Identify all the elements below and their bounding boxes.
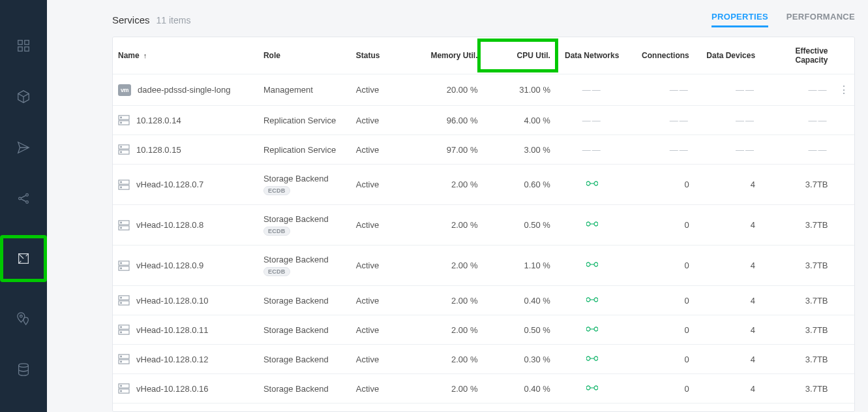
- svg-point-8: [20, 315, 23, 318]
- cell-devices: 4: [695, 404, 760, 413]
- cell-memory: 2.00 %: [410, 345, 483, 374]
- node-icon: [118, 144, 130, 155]
- cell-connections: 0: [628, 286, 694, 315]
- cell-status: Active: [351, 374, 410, 404]
- cell-devices: 4: [695, 345, 760, 374]
- row-menu: [833, 315, 854, 345]
- cell-capacity: 3.7TB: [760, 205, 833, 246]
- services-table-card: Name↑ Role Status Memory Util. CPU Util.…: [112, 37, 855, 412]
- cell-cpu: 1.10 %: [483, 246, 555, 286]
- service-name: vHead-10.128.0.7: [136, 180, 203, 189]
- cell-cpu: 0.50 %: [483, 404, 555, 413]
- svg-point-5: [26, 194, 29, 197]
- svg-point-13: [121, 122, 122, 123]
- cell-role: Storage Backend: [258, 374, 351, 404]
- service-name: 10.128.0.15: [136, 145, 181, 155]
- table-row[interactable]: vHead-10.128.0.10Storage BackendActive2.…: [113, 286, 854, 315]
- pin-icon: [16, 311, 31, 326]
- table-row[interactable]: vHead-10.128.0.9Storage BackendECDBActiv…: [113, 246, 854, 286]
- svg-point-12: [121, 117, 122, 118]
- node-icon: [118, 180, 130, 190]
- svg-point-4: [19, 197, 22, 200]
- cell-devices: 4: [695, 205, 760, 246]
- cell-cpu: 0.60 %: [483, 165, 555, 205]
- cell-memory: 2.00 %: [410, 205, 483, 246]
- svg-point-20: [121, 182, 122, 183]
- svg-point-6: [26, 201, 29, 204]
- node-icon: [118, 115, 130, 125]
- table-row[interactable]: vmdadee-pdssd-single-longManagementActiv…: [113, 74, 854, 106]
- nav-services[interactable]: [0, 235, 47, 282]
- svg-point-25: [121, 227, 122, 229]
- col-devices[interactable]: Data Devices: [695, 37, 760, 74]
- cell-network: [556, 404, 628, 413]
- nav-share[interactable]: [9, 184, 38, 213]
- cell-cpu: 31.00 %: [483, 74, 555, 106]
- service-name: 10.128.0.14: [136, 116, 181, 125]
- vm-icon: vm: [118, 84, 131, 96]
- server-icon: [16, 251, 31, 266]
- table-row[interactable]: 10.128.0.15Replication ServiceActive97.0…: [113, 135, 854, 165]
- table-row[interactable]: 10.128.0.14Replication ServiceActive96.0…: [113, 106, 854, 135]
- cell-status: Active: [351, 205, 410, 246]
- tab-performance[interactable]: PERFORMANCE: [786, 12, 855, 27]
- empty-value: ——: [582, 85, 602, 95]
- cell-name: vHead-10.128.0.12: [113, 345, 258, 374]
- table-row[interactable]: vHead-10.128.0.16Storage BackendActive2.…: [113, 374, 854, 404]
- share-icon: [16, 191, 31, 206]
- svg-point-17: [121, 151, 122, 153]
- cell-connections: 0: [628, 404, 694, 413]
- cell-name: vHead-10.128.0.11: [113, 315, 258, 345]
- cell-connections: 0: [628, 246, 694, 286]
- cell-memory: 2.00 %: [410, 165, 483, 205]
- service-name: dadee-pdssd-single-long: [138, 85, 230, 95]
- svg-point-37: [121, 332, 122, 333]
- col-connections[interactable]: Connections: [628, 37, 694, 74]
- grid-icon: [16, 39, 31, 53]
- table-row[interactable]: vHead-10.128.0.17Storage BackendActive2.…: [113, 404, 854, 413]
- service-name: vHead-10.128.0.16: [136, 384, 209, 394]
- row-menu[interactable]: ⋮: [833, 74, 854, 106]
- cell-devices: 4: [695, 165, 760, 205]
- cell-network: [556, 315, 628, 345]
- col-capacity[interactable]: Effective Capacity: [760, 37, 833, 74]
- svg-point-24: [121, 222, 122, 223]
- cell-network: ——: [556, 106, 628, 135]
- col-role[interactable]: Role: [258, 37, 351, 74]
- cell-role: Management: [258, 74, 351, 106]
- table-row[interactable]: vHead-10.128.0.7Storage BackendECDBActiv…: [113, 165, 854, 205]
- cell-name: vHead-10.128.0.9: [113, 246, 258, 286]
- row-menu: [833, 106, 854, 135]
- nav-send[interactable]: [9, 133, 38, 162]
- item-count: 11 items: [157, 15, 191, 25]
- node-icon: [118, 261, 130, 271]
- cell-name: 10.128.0.15: [113, 135, 258, 165]
- cell-capacity: 3.7TB: [760, 404, 833, 413]
- link-icon: [586, 296, 598, 306]
- col-memory[interactable]: Memory Util.: [410, 37, 483, 74]
- col-status[interactable]: Status: [351, 37, 410, 74]
- svg-point-9: [19, 364, 29, 368]
- cube-icon: [16, 89, 31, 104]
- col-networks[interactable]: Data Networks: [556, 37, 628, 74]
- node-icon: [118, 220, 130, 230]
- table-row[interactable]: vHead-10.128.0.8Storage BackendECDBActiv…: [113, 205, 854, 246]
- table-row[interactable]: vHead-10.128.0.12Storage BackendActive2.…: [113, 345, 854, 374]
- col-cpu[interactable]: CPU Util.: [483, 37, 555, 74]
- nav-box[interactable]: [9, 82, 38, 111]
- node-icon: [118, 354, 130, 364]
- cell-network: [556, 286, 628, 315]
- cell-memory: 2.00 %: [410, 404, 483, 413]
- tab-properties[interactable]: PROPERTIES: [711, 12, 768, 27]
- nav-dashboard[interactable]: [9, 31, 38, 60]
- nav-storage[interactable]: [9, 355, 38, 384]
- table-row[interactable]: vHead-10.128.0.11Storage BackendActive2.…: [113, 315, 854, 345]
- nav-location[interactable]: [9, 304, 38, 333]
- col-name[interactable]: Name↑: [113, 37, 258, 74]
- cell-connections: ——: [628, 135, 694, 165]
- cell-cpu: 4.00 %: [483, 106, 555, 135]
- svg-point-33: [121, 302, 122, 304]
- services-table: Name↑ Role Status Memory Util. CPU Util.…: [113, 37, 854, 412]
- cell-status: Active: [351, 106, 410, 135]
- database-icon: [16, 362, 31, 377]
